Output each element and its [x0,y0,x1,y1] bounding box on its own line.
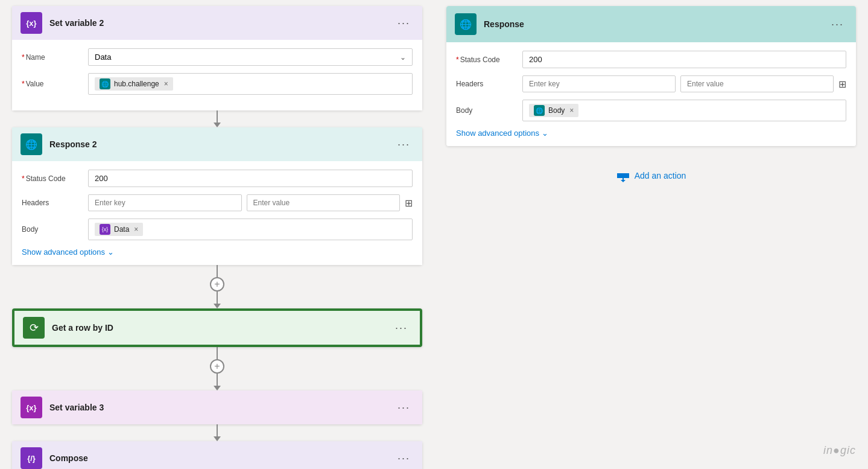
right-headers-key-input[interactable] [522,75,676,92]
status-code-row: *Status Code 200 [22,170,413,187]
right-chevron-down-icon: ⌄ [542,129,548,138]
add-action-button[interactable]: Add an action [607,164,696,187]
get-row-by-id-card: ⟳ Get a row by ID ··· [12,308,422,347]
response-header: 🌐 Response ··· [446,6,856,42]
body-row: Body {x} Data × [22,219,413,240]
get-row-by-id-menu[interactable]: ··· [391,321,411,336]
compose-icon: {/} [21,447,42,469]
add-action-icon [616,169,630,182]
body-tag-close[interactable]: × [134,225,138,234]
response-menu[interactable]: ··· [828,17,847,32]
response-body: *Status Code 200 Headers ⊞ Body [446,42,856,146]
headers-label: Headers [22,199,88,207]
right-status-code-label: *Status Code [456,56,522,64]
body-input[interactable]: {x} Data × [88,219,413,240]
right-body-tag-icon: 🌐 [534,105,545,116]
response-icon: 🌐 [455,13,477,35]
branding: in●gic [823,444,856,457]
get-row-by-id-header: ⟳ Get a row by ID ··· [13,310,421,346]
set-variable-2-title: Set variable 2 [49,18,394,28]
value-label: *Value [22,80,88,88]
value-field-row: *Value 🌐 hub.challenge × [22,73,413,95]
response-2-icon: 🌐 [21,133,42,155]
set-variable-3-card: {x} Set variable 3 ··· [12,391,422,424]
right-body-label: Body [456,106,522,115]
set-variable-3-title: Set variable 3 [49,403,394,412]
set-variable-3-icon: {x} [21,397,42,418]
right-body-tag: 🌐 Body × [529,104,578,117]
connector-1 [12,110,422,127]
get-row-by-id-title: Get a row by ID [52,323,391,333]
svg-rect-1 [617,173,629,178]
set-variable-2-card: {x} Set variable 2 ··· *Name Data ⌄ *Val… [12,6,422,110]
right-headers-value-input[interactable] [680,75,834,92]
name-chevron: ⌄ [400,53,406,62]
right-body-input[interactable]: 🌐 Body × [522,100,846,121]
compose-card: {/} Compose ··· [12,441,422,469]
right-status-code-row: *Status Code 200 [456,51,846,68]
set-variable-3-header: {x} Set variable 3 ··· [12,391,422,424]
hub-challenge-close[interactable]: × [164,80,168,88]
response-2-menu[interactable]: ··· [394,137,414,152]
response-2-header: 🌐 Response 2 ··· [12,127,422,161]
compose-menu[interactable]: ··· [394,451,414,466]
get-row-by-id-icon: ⟳ [23,317,45,339]
response-2-card: 🌐 Response 2 ··· *Status Code 200 Header… [12,127,422,265]
headers-row: Headers ⊞ [22,194,413,211]
right-status-code-input[interactable]: 200 [522,51,846,68]
connector-plus-1: + [12,265,422,308]
right-show-advanced-options[interactable]: Show advanced options ⌄ [456,129,846,138]
add-action-label: Add an action [635,171,686,180]
svg-marker-3 [621,180,626,182]
right-headers-row: Headers ⊞ [456,75,846,92]
value-input[interactable]: 🌐 hub.challenge × [88,73,413,95]
set-variable-2-body: *Name Data ⌄ *Value 🌐 hub.challenge × [12,40,422,110]
left-panel: {x} Set variable 2 ··· *Name Data ⌄ *Val… [0,0,434,469]
add-step-button-1[interactable]: + [210,277,224,292]
add-step-button-2[interactable]: + [210,359,224,374]
add-action-container: Add an action [446,164,856,187]
response-title: Response [484,19,828,29]
right-panel: 🌐 Response ··· *Status Code 200 Headers [434,0,868,469]
compose-title: Compose [49,453,394,463]
status-code-label: *Status Code [22,174,88,183]
right-headers-label: Headers [456,80,522,88]
right-body-row: Body 🌐 Body × [456,100,846,121]
body-label: Body [22,225,88,234]
chevron-down-icon: ⌄ [107,247,114,257]
set-variable-3-menu[interactable]: ··· [394,400,414,415]
response-2-title: Response 2 [49,139,394,149]
show-advanced-options[interactable]: Show advanced options ⌄ [22,247,413,257]
connector-2 [12,424,422,441]
headers-value-input[interactable] [247,194,401,211]
name-label: *Name [22,53,88,62]
compose-header: {/} Compose ··· [12,441,422,469]
right-headers-inputs: ⊞ [522,75,846,92]
status-code-input[interactable]: 200 [88,170,413,187]
response-card: 🌐 Response ··· *Status Code 200 Headers [446,6,856,146]
set-variable-2-menu[interactable]: ··· [394,16,414,31]
right-body-tag-close[interactable]: × [569,106,574,115]
right-headers-add-icon[interactable]: ⊞ [838,78,846,90]
hub-challenge-tag: 🌐 hub.challenge × [95,77,173,91]
body-tag-icon: {x} [100,224,110,235]
set-variable-2-header: {x} Set variable 2 ··· [12,6,422,40]
name-field-row: *Name Data ⌄ [22,48,413,66]
headers-key-input[interactable] [88,194,242,211]
set-variable-2-icon: {x} [21,12,42,34]
body-tag: {x} Data × [95,223,143,236]
headers-add-icon[interactable]: ⊞ [405,197,413,209]
headers-inputs: ⊞ [88,194,413,211]
response-2-body: *Status Code 200 Headers ⊞ Body [12,161,422,265]
hub-challenge-icon: 🌐 [100,78,110,89]
name-input[interactable]: Data ⌄ [88,48,413,66]
connector-plus-2: + [12,347,422,391]
